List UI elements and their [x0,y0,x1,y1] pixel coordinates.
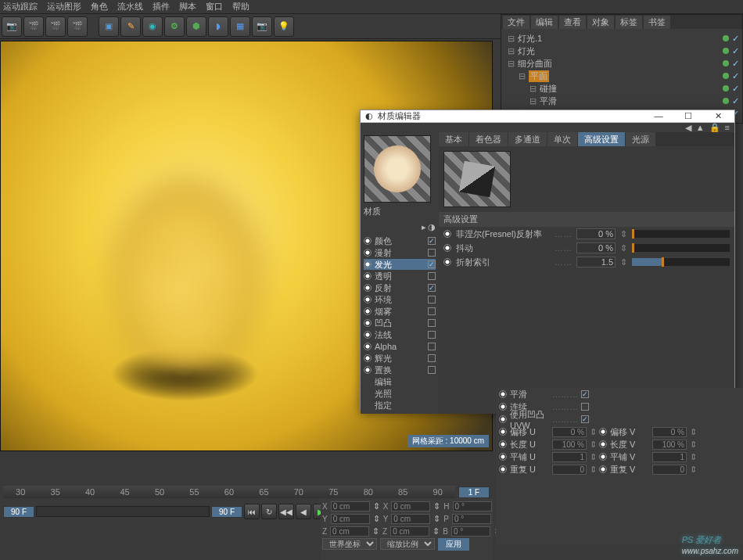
timeline-scrub[interactable] [36,506,210,517]
current-frame-field[interactable] [3,506,34,518]
radio-icon[interactable] [364,354,372,362]
param-radio[interactable] [443,244,451,252]
object-tree[interactable]: ⊟ 灯光.1✓⊟ 灯光✓⊟ 细分曲面✓⊟ 平面✓⊟ 碰撞✓⊟ 平滑✓⊟ 文本✓ [501,29,742,123]
tree-row[interactable]: ⊟ 平面✓ [504,70,739,82]
checkbox[interactable] [428,249,436,257]
channel-透明[interactable]: 透明 [364,271,436,282]
channel-置换[interactable]: 置换 [364,364,436,375]
maximize-button[interactable]: ☐ [677,111,700,121]
cube-icon[interactable]: ▣ [99,16,119,37]
channel-漫射[interactable]: 漫射 [364,247,436,258]
attr-checkbox[interactable] [581,403,589,411]
attr-field[interactable] [652,440,687,450]
menu-item[interactable]: 流水线 [117,1,143,13]
attr-checkbox[interactable] [581,390,589,398]
goto-start-button[interactable]: ⏮ [244,504,260,519]
menu-item[interactable]: 插件 [153,1,170,13]
pen-icon[interactable]: ✎ [120,16,141,37]
tab-单次[interactable]: 单次 [547,132,577,146]
param-slider[interactable] [632,244,730,252]
channel-凹凸[interactable]: 凹凸 [364,318,436,328]
menu-item[interactable]: 运动跟踪 [3,1,38,13]
checkbox[interactable] [428,366,436,374]
tree-row[interactable]: ⊟ 细分曲面✓ [504,57,739,70]
arrow-icon[interactable]: ▸ [422,222,426,232]
blob-icon[interactable]: ⬢ [186,16,206,37]
channel-编辑[interactable]: 编辑 [364,376,436,387]
attr-radio[interactable] [499,390,507,398]
clapper-icon[interactable]: 🎬 [23,16,44,37]
attr-field[interactable] [652,427,687,437]
channel-指定[interactable]: 指定 [364,400,436,411]
rot-field[interactable] [453,501,492,512]
step-back-button[interactable]: ◀◀ [278,504,294,519]
scale-mode-dropdown[interactable]: 缩放比例 [380,538,435,550]
param-radio[interactable] [443,230,451,238]
tree-row[interactable]: ⊟ 平滑✓ [504,95,739,107]
deformer-icon[interactable]: ◉ [142,16,163,37]
menu-item[interactable]: 窗口 [206,1,223,13]
shader-preview[interactable] [443,151,511,207]
checkbox[interactable] [428,354,436,362]
param-value[interactable] [576,228,616,239]
drop-icon[interactable]: ◗ [208,16,228,37]
nav-up-icon[interactable]: ▲ [696,123,705,132]
clapper2-icon[interactable]: 🎬 [45,16,66,37]
obj-tab[interactable]: 书签 [644,16,670,29]
checkbox[interactable] [428,296,436,303]
radio-icon[interactable] [364,296,372,303]
checkbox[interactable] [428,343,436,350]
end-frame-field[interactable] [211,506,242,518]
grid-icon[interactable]: ▦ [230,16,250,37]
channel-发光[interactable]: 发光 [364,259,436,270]
menu-item[interactable]: 帮助 [232,1,249,13]
rot-field[interactable] [451,526,490,537]
radio-icon[interactable] [364,343,372,350]
channel-Alpha[interactable]: Alpha [364,341,436,352]
channel-反射[interactable]: 反射 [364,282,436,293]
checkbox[interactable] [428,331,436,339]
radio-icon[interactable] [364,237,372,245]
menu-item[interactable]: 角色 [91,1,108,13]
obj-tab[interactable]: 标签 [616,16,642,29]
radio-icon[interactable] [364,272,372,280]
size-field[interactable] [391,501,430,512]
tab-高级设置[interactable]: 高级设置 [578,132,625,146]
tree-row[interactable]: ⊟ 灯光.1✓ [504,32,739,45]
camera2-icon[interactable]: 📷 [252,16,272,37]
coord-space-dropdown[interactable]: 世界坐标 [322,538,377,550]
param-value[interactable] [576,257,616,267]
size-field[interactable] [391,514,430,524]
obj-tab[interactable]: 对象 [587,16,614,29]
radio-icon[interactable] [364,307,372,315]
menu-item[interactable]: 脚本 [179,1,196,13]
spinner[interactable]: ⇕ [620,243,627,253]
gear-icon[interactable]: ⚙ [164,16,185,37]
size-field[interactable] [390,526,429,537]
radio-icon[interactable] [364,249,372,257]
obj-tab[interactable]: 编辑 [531,16,558,29]
light-icon[interactable]: 💡 [274,16,294,37]
radio-icon[interactable] [364,260,372,268]
checkbox[interactable] [428,260,436,268]
rot-field[interactable] [452,514,491,524]
spinner[interactable]: ⇕ [620,257,627,267]
param-slider[interactable] [632,258,730,266]
clapper3-icon[interactable]: 🎬 [67,16,88,37]
minimize-button[interactable]: — [647,111,670,121]
tab-多通道[interactable]: 多通道 [508,132,547,146]
checkbox[interactable] [428,307,436,315]
play-back-button[interactable]: ◀ [296,504,311,519]
radio-icon[interactable] [364,366,372,374]
attr-checkbox[interactable] [581,415,589,423]
attr-field[interactable] [552,465,587,475]
nav-left-icon[interactable]: ◀ [685,123,691,133]
tree-row[interactable]: ⊟ 碰撞✓ [504,82,739,95]
material-name[interactable]: 材质 [364,206,436,217]
channel-光照[interactable]: 光照 [364,388,436,399]
attr-radio[interactable] [499,403,507,411]
channel-颜色[interactable]: 颜色 [364,235,436,246]
material-preview[interactable] [364,135,431,203]
tree-row[interactable]: ⊟ 灯光✓ [504,45,739,57]
tab-光源[interactable]: 光源 [626,132,655,146]
